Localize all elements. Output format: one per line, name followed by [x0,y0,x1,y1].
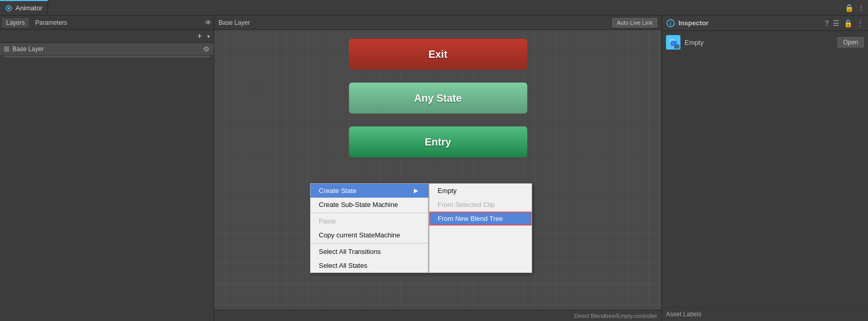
breadcrumb-bar: Base Layer Auto Live Link [214,15,661,30]
layer-color-icon [4,46,9,52]
asset-labels-bar: Asset Labels [662,307,868,321]
submenu-empty-label: Empty [438,187,457,195]
menu-paste[interactable]: Paste [311,214,428,228]
layer-settings-icon[interactable]: ⚙ [203,45,210,53]
right-panel-header: i Inspector ? ☰ 🔒 ⋮ [662,15,868,31]
main-layout: Layers Parameters 👁 + ▾ Base Layer ⚙ Bas… [0,15,868,321]
left-panel-toolbar: + ▾ [0,30,214,43]
menu-paste-label: Paste [319,217,336,225]
context-menu-container: Create State ▶ Create Sub-State Machine … [310,183,532,273]
menu-create-sub-state-label: Create Sub-State Machine [319,201,398,208]
layer-progress [4,56,210,57]
submenu-empty[interactable]: Empty [429,184,532,198]
status-text: Direct Blendtree/Empty.controller [574,313,657,319]
submenu-from-new-blend-tree-label: From New Blend Tree [438,215,503,222]
menu-copy-current-label: Copy current StateMachine [319,231,400,239]
panel-layers-icon[interactable]: ☰ [833,19,840,27]
exit-state-label: Exit [428,49,447,60]
layer-dropdown-button[interactable]: ▾ [206,34,211,39]
animator-tab-label: Animator [16,4,42,12]
animator-tab-icon [5,5,12,12]
svg-text:i: i [670,21,672,26]
any-state-label: Any State [414,92,461,104]
more-icon[interactable]: ⋮ [858,4,865,12]
base-layer-label: Base Layer [12,45,200,53]
menu-create-state[interactable]: Create State ▶ [311,184,428,198]
menu-select-states[interactable]: Select All States [311,259,428,272]
left-panel: Layers Parameters 👁 + ▾ Base Layer ⚙ [0,15,214,321]
entry-state-label: Entry [425,136,451,148]
menu-select-transitions[interactable]: Select All Transitions [311,245,428,259]
inspector-obj-name: Empty [685,39,704,46]
inspector-label: Inspector [678,19,709,27]
svg-point-1 [8,7,10,9]
create-state-arrow: ▶ [414,187,418,194]
tab-layers[interactable]: Layers [2,18,29,27]
menu-select-transitions-label: Select All Transitions [319,248,381,255]
breadcrumb: Base Layer [219,19,250,26]
submenu-from-selected-clip[interactable]: From Selected Clip [429,198,532,212]
tab-parameters[interactable]: Parameters [31,18,71,27]
base-layer-row[interactable]: Base Layer ⚙ [0,43,214,56]
right-panel: i Inspector ? ☰ 🔒 ⋮ Empty Open [661,15,868,321]
submenu-from-new-blend-tree[interactable]: From New Blend Tree [429,212,532,226]
status-bar: Direct Blendtree/Empty.controller [214,310,661,321]
lock-icon[interactable]: 🔒 [845,4,854,12]
add-layer-button[interactable]: + [195,32,204,40]
menu-create-sub-state[interactable]: Create Sub-State Machine [311,198,428,212]
any-state-node[interactable]: Any State [349,83,527,114]
menu-select-states-label: Select All States [319,262,367,269]
context-menu-secondary: Empty From Selected Clip From New Blend … [429,183,532,273]
entry-state-node[interactable]: Entry [349,126,527,157]
inspector-obj-row: Empty Open [666,35,864,50]
eye-icon[interactable]: 👁 [205,19,212,27]
top-bar: Animator 🔒 ⋮ [0,0,868,15]
auto-live-link-button[interactable]: Auto Live Link [612,18,657,27]
exit-state-node[interactable]: Exit [349,39,527,70]
left-panel-tabs: Layers Parameters 👁 [0,15,214,30]
right-panel-icons: ? ☰ 🔒 ⋮ [825,19,864,27]
svg-rect-5 [671,41,676,45]
inspector-icon: i [666,19,675,28]
context-menu-primary: Create State ▶ Create Sub-State Machine … [310,183,429,273]
center-panel[interactable]: Base Layer Auto Live Link Exit Any State… [214,15,661,321]
animator-tab[interactable]: Animator [0,0,48,15]
open-button[interactable]: Open [838,37,864,47]
menu-copy-current[interactable]: Copy current StateMachine [311,228,428,242]
menu-separator-1 [311,213,428,213]
top-bar-right: 🔒 ⋮ [845,0,868,15]
menu-separator-2 [311,243,428,244]
panel-more-icon[interactable]: ⋮ [857,19,864,27]
asset-labels-text: Asset Labels [666,311,702,318]
panel-lock-icon[interactable]: 🔒 [844,19,853,27]
question-icon[interactable]: ? [825,19,829,27]
menu-create-state-label: Create State [319,187,357,195]
inspector-obj-icon [666,35,680,50]
inspector-content: Empty Open [662,31,868,307]
submenu-from-selected-clip-label: From Selected Clip [438,201,495,208]
